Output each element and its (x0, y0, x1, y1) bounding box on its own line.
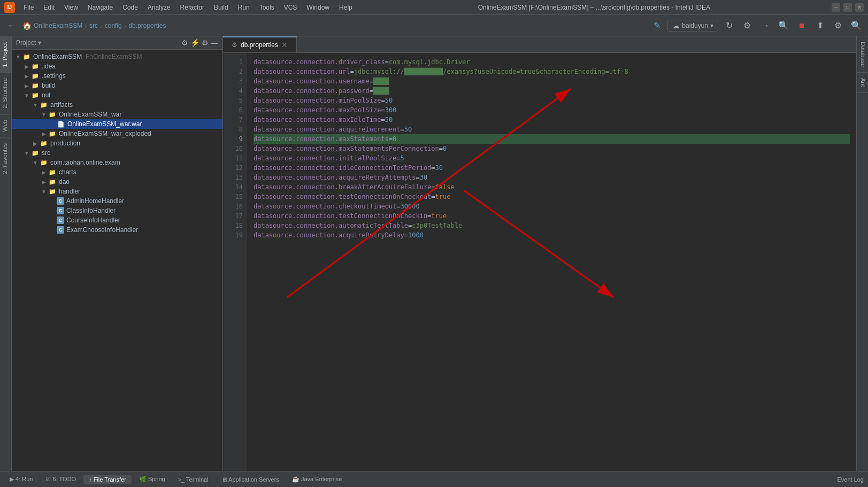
code-line-15: datasource.connection.testConnectionOnCh… (254, 192, 850, 202)
sidebar-tab-structure[interactable]: 2: Structure (0, 72, 11, 114)
menu-navigate[interactable]: Navigate (83, 3, 117, 12)
editor-tab-db-properties[interactable]: ⚙ db.properties ✕ (223, 36, 297, 52)
deploy-button[interactable]: ⬆ (812, 18, 827, 33)
breadcrumb-file[interactable]: db.properties (128, 22, 166, 29)
sidebar-tab-web[interactable]: Web (0, 114, 11, 137)
line-num-12: 12 (223, 163, 247, 173)
right-tab-database[interactable]: Database (857, 36, 868, 73)
stop-button[interactable]: ■ (794, 18, 809, 33)
tool-tab-run[interactable]: ▶ 4: Run (4, 475, 38, 484)
expand-icon: ▼ (22, 149, 31, 157)
configure-icon[interactable]: ⚙ (202, 38, 209, 47)
breadcrumb-project[interactable]: 🏠 OnlineExamSSM (22, 21, 82, 30)
zoom-button[interactable]: 🔍 (776, 18, 791, 33)
toolbar: ← 🏠 OnlineExamSSM › src › config › db.pr… (0, 15, 868, 36)
breadcrumb-config[interactable]: config (105, 22, 122, 29)
folder-icon: 📁 (48, 110, 57, 119)
expand-icon: ▼ (31, 158, 40, 167)
tree-item-handler[interactable]: ▼ 📁 handler (12, 187, 222, 196)
menu-run[interactable]: Run (234, 3, 254, 12)
tree-item-war-exploded[interactable]: ▶ 📁 OnlineExamSSM_war_exploded (12, 129, 222, 138)
tool-tab-terminal[interactable]: >_ Terminal (173, 475, 214, 484)
tree-item-course-handler[interactable]: C CourseInfoHandler (12, 215, 222, 225)
properties-file-icon: ⚙ (232, 41, 237, 49)
folder-icon: 📁 (48, 187, 57, 196)
search-button[interactable]: 🔍 (849, 18, 864, 33)
tool-tab-file-transfer[interactable]: ↑ File Transfer (83, 475, 132, 484)
sidebar-tab-favorites[interactable]: 2: Favorites (0, 137, 11, 179)
tree-item-production[interactable]: ▶ 📁 production (12, 138, 222, 148)
toolbar-right: ✎ ☁ baiduyun ▾ ↻ ⚙ → 🔍 ■ ⬆ ⚙ 🔍 (649, 18, 864, 33)
expand-icon (48, 120, 57, 128)
menu-file[interactable]: File (19, 3, 38, 12)
tree-item-settings[interactable]: ▶ 📁 .settings (12, 71, 222, 81)
menu-analyze[interactable]: Analyze (143, 3, 175, 12)
editor-content[interactable]: 1 2 3 4 5 6 7 8 9 10 11 12 13 14 15 16 1… (223, 53, 856, 471)
menu-code[interactable]: Code (118, 3, 142, 12)
forward-button[interactable]: → (758, 18, 773, 33)
tree-item-idea[interactable]: ▶ 📁 .idea (12, 61, 222, 71)
line-num-11: 11 (223, 153, 247, 163)
settings-button[interactable]: ⚙ (740, 18, 755, 33)
line-numbers: 1 2 3 4 5 6 7 8 9 10 11 12 13 14 15 16 1… (223, 53, 247, 471)
tree-item-war-folder[interactable]: ▼ 📁 OnlineExamSSM_war (12, 110, 222, 119)
maximize-button[interactable]: □ (843, 3, 852, 12)
menu-window[interactable]: Window (302, 3, 334, 12)
menu-edit[interactable]: Edit (39, 3, 59, 12)
tree-item-dao[interactable]: ▶ 📁 dao (12, 177, 222, 187)
menu-vcs[interactable]: VCS (280, 3, 302, 12)
project-panel-header: Project ▾ ⚙ ⚡ ⚙ — (12, 36, 222, 50)
tree-item-root[interactable]: ▼ 📁 OnlineExamSSM F:\OnlineExamSSM (12, 52, 222, 61)
menu-view[interactable]: View (60, 3, 82, 12)
tree-item-war-file[interactable]: 📄 OnlineExamSSM_war.war (12, 119, 222, 129)
line-num-2: 2 (223, 67, 247, 76)
collapse-icon[interactable]: — (211, 38, 218, 47)
tool-tab-app-servers[interactable]: 🖥 Application Servers (216, 475, 285, 484)
code-line-19: datasource.connection.acquireRetryDelay=… (254, 230, 850, 240)
tree-item-admin-handler[interactable]: C AdminHomeHandler (12, 196, 222, 206)
tool-tab-todo[interactable]: ☑ 6: TODO (40, 475, 81, 484)
tab-close-button[interactable]: ✕ (281, 41, 288, 49)
menu-tools[interactable]: Tools (255, 3, 279, 12)
minimize-button[interactable]: ─ (832, 3, 840, 12)
expand-icon: ▼ (31, 101, 40, 109)
settings-icon[interactable]: ⚡ (190, 38, 199, 47)
code-line-7: datasource.connection.maxIdleTime=50 (254, 115, 850, 125)
menu-bar: IJ File Edit View Navigate Code Analyze … (0, 0, 868, 15)
app-icon: IJ (4, 2, 15, 13)
tree-item-artifacts[interactable]: ▼ 📁 artifacts (12, 100, 222, 110)
refresh-button[interactable]: ↻ (721, 18, 736, 33)
tool-tab-java-enterprise[interactable]: ☕ Java Enterprise (287, 475, 347, 484)
run-config-button[interactable]: ⚙ (831, 18, 846, 33)
tree-item-build[interactable]: ▶ 📁 build (12, 81, 222, 90)
line-num-8: 8 (223, 125, 247, 134)
back-button[interactable]: ← (4, 18, 19, 33)
menu-build[interactable]: Build (210, 3, 233, 12)
code-content[interactable]: datasource.connection.driver_class=com.m… (247, 53, 856, 471)
tree-item-src[interactable]: ▼ 📁 src (12, 148, 222, 158)
tree-item-charts[interactable]: ▶ 📁 charts (12, 167, 222, 177)
editor-area: ⚙ db.properties ✕ 1 2 3 4 5 6 7 8 9 10 1… (223, 36, 856, 471)
pencil-icon[interactable]: ✎ (649, 18, 664, 33)
project-tree: ▼ 📁 OnlineExamSSM F:\OnlineExamSSM ▶ 📁 .… (12, 50, 222, 471)
user-account-button[interactable]: ☁ baiduyun ▾ (667, 20, 718, 32)
left-sidebar-tabs: 1: Project 2: Structure Web 2: Favorites (0, 36, 12, 471)
tree-item-class-handler[interactable]: C ClassInfoHandler (12, 206, 222, 215)
menu-help[interactable]: Help (335, 3, 357, 12)
menu-refactor[interactable]: Refactor (176, 3, 209, 12)
folder-icon: 📁 (40, 101, 48, 109)
close-button[interactable]: ✕ (855, 3, 864, 12)
tool-tab-spring[interactable]: 🌿 Spring (134, 475, 171, 484)
expand-icon (48, 197, 57, 205)
code-line-11: datasource.connection.initialPoolSize=5 (254, 153, 850, 163)
tree-item-package[interactable]: ▼ 📁 com.taohan.online.exam (12, 158, 222, 167)
event-log-button[interactable]: Event Log (837, 476, 864, 483)
gear-icon[interactable]: ⚙ (181, 38, 188, 47)
code-line-8: datasource.connection.acquireIncrement=5… (254, 125, 850, 134)
right-tab-ant[interactable]: Ant (857, 73, 868, 93)
tree-item-exam-handler[interactable]: C ExamChooseInfoHandler (12, 225, 222, 235)
war-file-icon: 📄 (57, 120, 65, 128)
tree-item-out[interactable]: ▼ 📁 out (12, 90, 222, 100)
sidebar-tab-project[interactable]: 1: Project (0, 36, 11, 72)
breadcrumb-src[interactable]: src (89, 22, 98, 29)
